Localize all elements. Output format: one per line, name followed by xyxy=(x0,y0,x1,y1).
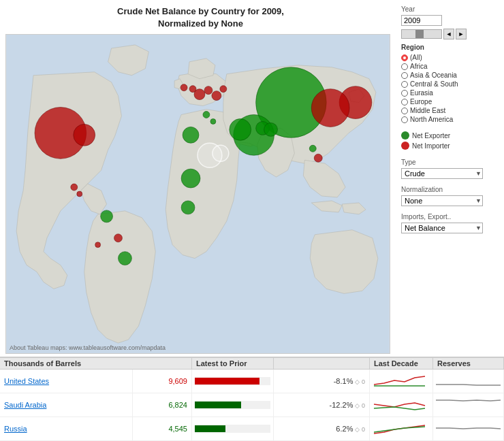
svg-point-10 xyxy=(183,127,199,144)
svg-point-14 xyxy=(101,210,113,223)
svg-point-28 xyxy=(74,125,95,146)
radio-asia xyxy=(401,72,408,79)
region-central[interactable]: Central & South xyxy=(401,80,499,88)
svg-point-18 xyxy=(212,91,221,101)
imports-exports-section: Imports, Export.. Net Balance ▼ xyxy=(401,213,499,233)
map-container[interactable]: About Tableau maps: www.tableausoftware.… xyxy=(5,34,390,354)
table-row: Saudi Arabia 6,824 -12.2% ◇ 0 xyxy=(0,393,504,417)
importer-label: Net Importer xyxy=(412,142,450,150)
table-container: Thousands of Barrels Latest to Prior Las… xyxy=(0,358,504,441)
svg-point-9 xyxy=(189,86,196,93)
region-africa[interactable]: Africa xyxy=(401,63,499,70)
region-europe-text: Europe xyxy=(410,98,432,105)
region-north-america[interactable]: North America xyxy=(401,116,499,123)
svg-point-15 xyxy=(119,252,132,265)
normalization-section: Normalization None ▼ xyxy=(401,186,499,206)
svg-point-27 xyxy=(77,191,82,197)
region-asia[interactable]: Asia & Oceania xyxy=(401,71,499,79)
radio-north-america xyxy=(401,116,408,123)
region-label: Region xyxy=(401,44,499,51)
year-section: Year ◄ ► xyxy=(401,5,499,39)
svg-point-24 xyxy=(314,154,322,163)
svg-point-17 xyxy=(180,84,187,91)
bar-fill-sa xyxy=(195,402,241,408)
svg-point-19 xyxy=(220,86,227,93)
bar-fill-ru xyxy=(195,425,225,432)
svg-point-8 xyxy=(204,86,212,95)
region-all-text: (All) xyxy=(410,54,422,61)
svg-point-5 xyxy=(181,169,200,189)
title-line1: Crude Net Balance by Country for 2009, xyxy=(117,6,284,16)
table-row: Russia 4,545 6.2% ◇ 0 xyxy=(0,417,504,441)
type-label: Type xyxy=(401,159,499,166)
year-input[interactable] xyxy=(401,15,442,26)
region-asia-text: Asia & Oceania xyxy=(410,71,457,79)
decade-ru xyxy=(370,417,433,441)
svg-point-30 xyxy=(212,146,229,162)
chart-title: Crude Net Balance by Country for 2009, N… xyxy=(5,5,396,30)
country-name-us[interactable]: United States xyxy=(0,370,132,393)
region-middle-east[interactable]: Middle East xyxy=(401,107,499,114)
col-header-decade: Last Decade xyxy=(370,358,433,370)
col-header-dot xyxy=(273,358,369,370)
imports-exports-select[interactable]: Net Balance xyxy=(401,223,483,233)
year-controls: ◄ ► xyxy=(401,29,499,39)
type-dropdown-wrapper: Crude ▼ xyxy=(401,168,483,179)
radio-europe xyxy=(401,99,408,105)
region-eurasia[interactable]: Eurasia xyxy=(401,89,499,97)
svg-point-26 xyxy=(71,184,78,191)
table-row: United States 9,609 -8.1% ◇ 0 xyxy=(0,370,504,393)
radio-central xyxy=(401,81,408,88)
exporter-label: Net Exporter xyxy=(412,132,450,140)
region-central-text: Central & South xyxy=(410,80,458,88)
radio-all xyxy=(401,54,408,61)
bar-sa xyxy=(191,393,273,417)
svg-point-21 xyxy=(95,242,101,248)
pct-sa: -12.2% ◇ 0 xyxy=(273,393,369,417)
value-us: 9,609 xyxy=(132,370,191,393)
col-header-country: Thousands of Barrels xyxy=(0,358,191,370)
country-name-sa[interactable]: Saudi Arabia xyxy=(0,393,132,417)
exporter-dot xyxy=(401,131,409,140)
radio-eurasia xyxy=(401,90,408,97)
bottom-section: Thousands of Barrels Latest to Prior Las… xyxy=(0,357,504,441)
normalization-label: Normalization xyxy=(401,186,499,193)
top-section: Crude Net Balance by Country for 2009, N… xyxy=(0,0,504,357)
legend-section: Net Exporter Net Importer xyxy=(401,131,499,152)
radio-africa xyxy=(401,63,408,70)
year-next-btn[interactable]: ► xyxy=(456,29,467,39)
region-europe[interactable]: Europe xyxy=(401,98,499,105)
normalization-select[interactable]: None xyxy=(401,195,483,206)
legend-exporter: Net Exporter xyxy=(401,131,499,140)
main-container: Crude Net Balance by Country for 2009, N… xyxy=(0,0,504,441)
svg-point-13 xyxy=(311,89,349,127)
type-section: Type Crude ▼ xyxy=(401,159,499,179)
world-map xyxy=(6,35,390,353)
bar-fill-us xyxy=(195,378,259,385)
region-eurasia-text: Eurasia xyxy=(410,89,433,97)
decade-us xyxy=(370,370,433,393)
region-section: Region (All) Africa Asia & Oceania Centr… xyxy=(401,44,499,125)
decade-sa xyxy=(370,393,433,417)
region-africa-text: Africa xyxy=(410,63,428,70)
legend-importer: Net Importer xyxy=(401,142,499,150)
col-header-latest: Latest to Prior xyxy=(191,358,273,370)
reserves-sa xyxy=(433,393,504,417)
country-name-ru[interactable]: Russia xyxy=(0,417,132,441)
radio-middle-east xyxy=(401,108,408,114)
value-ru: 4,545 xyxy=(132,417,191,441)
importer-dot xyxy=(401,142,409,150)
right-panel: Year ◄ ► Region (All) xyxy=(398,0,504,357)
value-sa: 6,824 xyxy=(132,393,191,417)
year-slider-track[interactable] xyxy=(401,29,442,39)
pct-ru: 6.2% ◇ 0 xyxy=(273,417,369,441)
svg-point-16 xyxy=(114,234,123,242)
normalization-dropdown-wrapper: None ▼ xyxy=(401,195,483,206)
type-select[interactable]: Crude xyxy=(401,168,483,179)
year-prev-btn[interactable]: ◄ xyxy=(443,29,454,39)
bar-us xyxy=(191,370,273,393)
pct-us: -8.1% ◇ 0 xyxy=(273,370,369,393)
title-line2: Normalized by None xyxy=(158,18,243,29)
region-all[interactable]: (All) xyxy=(401,54,499,61)
svg-point-11 xyxy=(230,119,251,141)
